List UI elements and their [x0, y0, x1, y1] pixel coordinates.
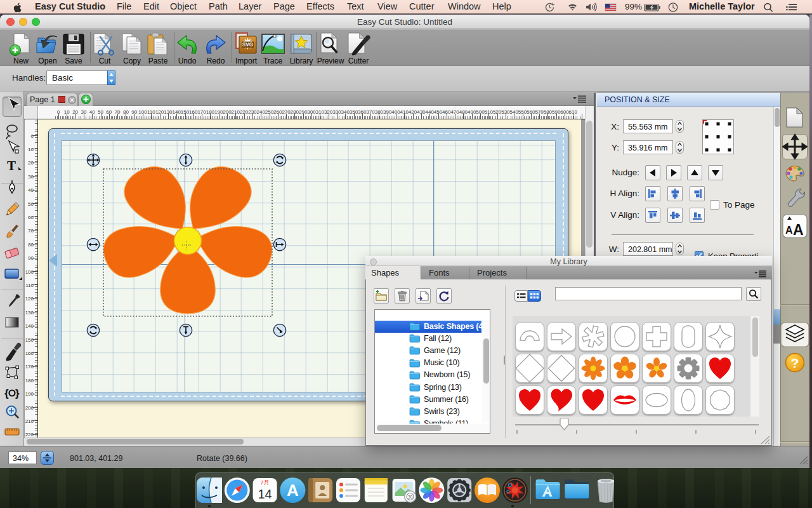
svg-text:80: 80 [28, 242, 34, 248]
svg-text:A: A [287, 481, 299, 500]
svg-text:200: 200 [223, 109, 232, 115]
svg-text:310: 310 [316, 109, 325, 115]
svg-text:14: 14 [258, 487, 272, 501]
svg-text:70: 70 [115, 109, 121, 115]
svg-text:110: 110 [25, 283, 34, 288]
svg-text:520: 520 [493, 109, 502, 115]
svg-text:10: 10 [64, 109, 70, 115]
svg-text:10: 10 [28, 147, 34, 152]
svg-text:590: 590 [552, 109, 561, 115]
svg-text:430: 430 [417, 109, 426, 115]
svg-text:290: 290 [299, 109, 308, 115]
svg-text:0: 0 [31, 133, 34, 139]
svg-text:540: 540 [510, 109, 519, 115]
svg-text:A: A [785, 225, 793, 236]
svg-text:40: 40 [89, 109, 95, 115]
svg-text:410: 410 [400, 109, 409, 115]
svg-text:440: 440 [426, 109, 435, 115]
svg-text:170: 170 [197, 109, 206, 115]
svg-text:300: 300 [307, 109, 316, 115]
svg-text:180: 180 [206, 109, 215, 115]
svg-text:60: 60 [28, 215, 34, 220]
svg-text:50: 50 [28, 201, 34, 207]
svg-text:450: 450 [434, 109, 443, 115]
svg-text:340: 340 [341, 109, 350, 115]
svg-text:460: 460 [442, 109, 451, 115]
svg-text:380: 380 [375, 109, 384, 115]
svg-text:100: 100 [25, 269, 34, 275]
svg-text:20: 20 [28, 160, 34, 166]
svg-text:110: 110 [147, 109, 155, 115]
svg-text:}: } [15, 387, 20, 399]
svg-text:270: 270 [282, 109, 291, 115]
svg-text:210: 210 [232, 109, 240, 115]
svg-text:60: 60 [106, 109, 112, 115]
svg-text:T: T [7, 158, 16, 173]
svg-text:140: 140 [25, 323, 34, 329]
svg-text:530: 530 [501, 109, 510, 115]
svg-text:230: 230 [248, 109, 257, 115]
svg-text:600: 600 [560, 109, 569, 115]
svg-text:A: A [793, 222, 804, 238]
svg-text:120: 120 [155, 109, 164, 115]
svg-text:280: 280 [291, 109, 299, 115]
svg-text:350: 350 [350, 109, 358, 115]
svg-text:0: 0 [57, 109, 60, 115]
svg-text:150: 150 [25, 337, 34, 343]
svg-text:200: 200 [25, 405, 34, 411]
svg-text:470: 470 [450, 109, 459, 115]
svg-text:580: 580 [544, 109, 553, 115]
svg-text:100: 100 [138, 109, 147, 115]
svg-text:140: 140 [173, 109, 181, 115]
svg-text:250: 250 [265, 109, 274, 115]
svg-text:160: 160 [25, 351, 34, 356]
svg-text:510: 510 [485, 109, 494, 115]
svg-text:120: 120 [25, 296, 34, 302]
svg-text:50: 50 [98, 109, 103, 115]
svg-text:500: 500 [476, 109, 485, 115]
svg-text:90: 90 [28, 255, 34, 261]
svg-text:570: 570 [535, 109, 544, 115]
svg-text:20: 20 [72, 109, 78, 115]
svg-text:180: 180 [25, 378, 34, 384]
svg-text:220: 220 [25, 432, 34, 438]
svg-text:320: 320 [324, 109, 333, 115]
svg-text:360: 360 [358, 109, 367, 115]
svg-text:260: 260 [273, 109, 282, 115]
svg-text:610: 610 [569, 109, 578, 115]
svg-text:130: 130 [164, 109, 173, 115]
svg-text:7月: 7月 [261, 479, 270, 486]
svg-text:130: 130 [25, 310, 34, 316]
svg-text:400: 400 [391, 109, 400, 115]
svg-text:80: 80 [123, 109, 129, 115]
svg-text:{: { [4, 387, 9, 399]
svg-text:240: 240 [257, 109, 266, 115]
svg-text:190: 190 [214, 109, 223, 115]
svg-text:170: 170 [25, 364, 34, 370]
svg-text:370: 370 [366, 109, 375, 115]
svg-text:190: 190 [25, 391, 34, 397]
svg-text:480: 480 [459, 109, 468, 115]
svg-text:70: 70 [28, 228, 34, 234]
svg-text:40: 40 [28, 187, 34, 193]
svg-text:390: 390 [383, 109, 392, 115]
svg-text:490: 490 [468, 109, 476, 115]
svg-text:30: 30 [81, 109, 86, 115]
svg-text:30: 30 [28, 174, 34, 180]
svg-text:210: 210 [25, 418, 34, 424]
svg-text:150: 150 [181, 109, 190, 115]
svg-text:560: 560 [527, 109, 535, 115]
svg-text:220: 220 [240, 109, 249, 115]
svg-text:?: ? [791, 356, 799, 370]
svg-text:160: 160 [189, 109, 198, 115]
svg-text:90: 90 [131, 109, 137, 115]
svg-text:330: 330 [332, 109, 341, 115]
svg-text:550: 550 [518, 109, 527, 115]
svg-text:420: 420 [409, 109, 417, 115]
svg-text:30: 30 [408, 495, 413, 499]
svg-text:SVG: SVG [242, 42, 253, 48]
